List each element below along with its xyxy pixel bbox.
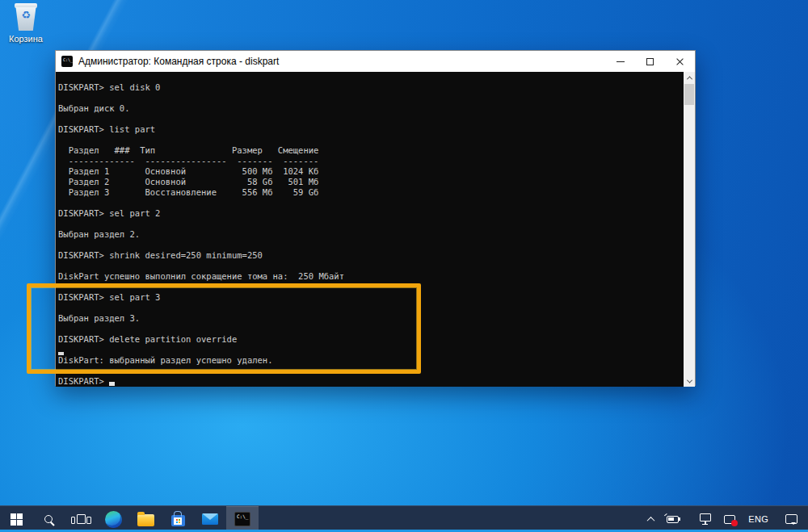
recycle-bin-label: Корзина xyxy=(6,34,45,44)
console-line: Выбран раздел 3. xyxy=(58,313,685,324)
plug-icon xyxy=(664,513,667,516)
desktop: ♻ Корзина C:\_ Администратор: Командная … xyxy=(0,0,808,532)
red-notification-badge xyxy=(731,520,738,526)
console-line xyxy=(58,219,685,229)
chevron-up-icon xyxy=(647,516,655,524)
recycle-symbol-icon: ♻ xyxy=(14,10,38,20)
window-title: Администратор: Командная строка - diskpa… xyxy=(78,56,279,67)
taskbar-edge-button[interactable] xyxy=(97,506,129,532)
battery-charge-fill xyxy=(668,517,674,522)
minimize-button[interactable] xyxy=(605,51,635,72)
console-line xyxy=(58,261,685,271)
console-line: DISKPART> sel disk 0 xyxy=(58,82,685,93)
console-line xyxy=(58,324,685,334)
taskbar-store-button[interactable] xyxy=(162,506,194,532)
console-line xyxy=(58,345,685,355)
tray-app-notification-button[interactable] xyxy=(718,506,742,532)
console-line: DISKPART> delete partition override xyxy=(58,334,685,345)
battery-charging-icon xyxy=(667,516,679,523)
console-line: DISKPART> sel part 3 xyxy=(58,292,685,303)
cmd-window: C:\_ Администратор: Командная строка - d… xyxy=(55,50,696,386)
window-controls xyxy=(605,51,695,72)
battery-status-button[interactable] xyxy=(660,506,693,532)
close-button[interactable] xyxy=(665,51,695,72)
remote-display-icon xyxy=(724,515,735,524)
console-line: DISKPART> xyxy=(58,376,685,387)
console-line xyxy=(58,303,685,313)
action-center-button[interactable] xyxy=(775,506,808,532)
text-cursor xyxy=(58,352,64,355)
console-line xyxy=(58,135,685,145)
console-line: ------------- ---------------- ------- -… xyxy=(58,156,685,166)
system-tray: ENG xyxy=(642,506,808,532)
console-line: Раздел 1 Основной 500 Mб 1024 Kб xyxy=(58,166,685,177)
language-indicator-button[interactable]: ENG xyxy=(742,506,775,532)
taskbar-mail-button[interactable] xyxy=(194,506,226,532)
windows-logo-icon xyxy=(11,513,23,526)
console-line: Раздел ### Тип Размер Смещение xyxy=(58,145,685,156)
console-line: Раздел 3 Восстановление 556 Mб 59 Gб xyxy=(58,187,685,198)
console-line: DiskPart: выбранный раздел успешно удале… xyxy=(58,355,685,366)
scrollbar-thumb[interactable] xyxy=(684,84,694,105)
maximize-button[interactable] xyxy=(635,51,665,72)
close-icon xyxy=(675,57,684,66)
console-line: Раздел 2 Основной 58 Gб 501 Mб xyxy=(58,177,685,187)
console-line xyxy=(58,114,685,124)
search-icon xyxy=(44,515,53,523)
console-lines: DISKPART> sel disk 0Выбран диск 0.DISKPA… xyxy=(58,82,685,387)
cmd-window-icon: C:\_ xyxy=(61,56,73,67)
chevron-down-icon xyxy=(686,377,692,383)
show-hidden-icons-button[interactable] xyxy=(642,506,660,532)
recycle-bin-desktop-icon[interactable]: ♻ Корзина xyxy=(6,3,45,44)
action-center-icon xyxy=(785,514,797,524)
taskbar-file-explorer-button[interactable] xyxy=(129,506,162,532)
console-line: DiskPart успешно выполнил сокращение том… xyxy=(58,271,685,282)
language-label: ENG xyxy=(748,514,768,524)
network-status-button[interactable] xyxy=(693,506,718,532)
cmd-icon: C:\_ xyxy=(234,512,250,526)
chevron-up-icon xyxy=(686,76,692,82)
taskbar-cmd-button-active[interactable]: C:\_ xyxy=(226,506,259,532)
microsoft-flag-icon xyxy=(176,519,178,521)
edge-browser-icon xyxy=(105,511,122,528)
task-view-button[interactable] xyxy=(65,506,97,532)
console-line: Выбран раздел 2. xyxy=(58,229,685,240)
store-bag-front xyxy=(174,517,182,525)
console-line xyxy=(58,240,685,250)
console-output[interactable]: DISKPART> sel disk 0Выбран диск 0.DISKPA… xyxy=(56,72,685,387)
microsoft-store-icon xyxy=(171,515,185,526)
console-line xyxy=(58,93,685,103)
window-titlebar[interactable]: C:\_ Администратор: Командная строка - d… xyxy=(56,51,695,72)
console-line: DISKPART> sel part 2 xyxy=(58,208,685,219)
minimize-icon xyxy=(617,61,625,62)
blinking-cursor xyxy=(109,382,115,386)
file-explorer-icon xyxy=(137,514,154,526)
console-line: Выбран диск 0. xyxy=(58,103,685,114)
start-button[interactable] xyxy=(0,506,32,532)
taskbar: C:\_ ENG xyxy=(0,505,808,532)
console-scrollbar[interactable] xyxy=(684,72,695,387)
ethernet-network-icon xyxy=(700,513,711,522)
taskbar-search-button[interactable] xyxy=(32,506,65,532)
console-line xyxy=(58,366,685,376)
mail-icon xyxy=(202,513,218,525)
console-line xyxy=(58,282,685,292)
scroll-up-button[interactable] xyxy=(684,72,695,83)
maximize-icon xyxy=(646,58,654,65)
task-view-icon xyxy=(77,514,86,524)
console-line xyxy=(58,198,685,208)
recycle-bin-icon: ♻ xyxy=(14,3,38,32)
console-line: DISKPART> list part xyxy=(58,124,685,135)
scroll-down-button[interactable] xyxy=(684,375,695,387)
console-line: DISKPART> shrink desired=250 minimum=250 xyxy=(58,250,685,261)
